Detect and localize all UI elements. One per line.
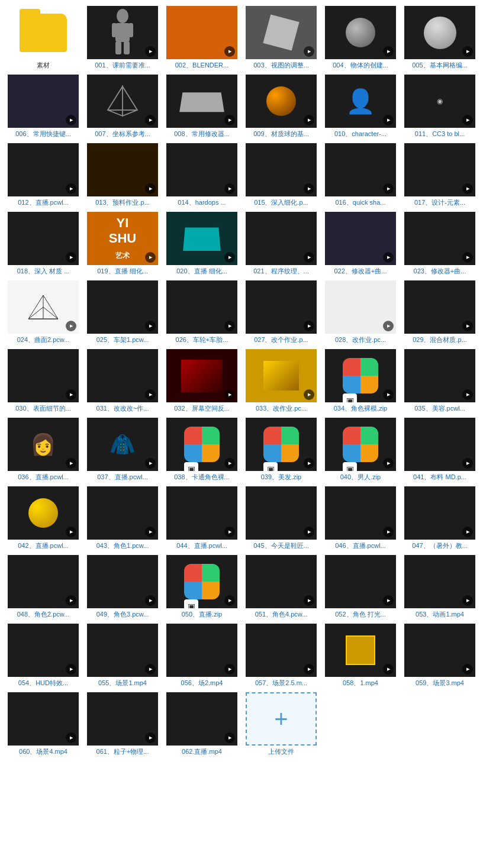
play-button[interactable] bbox=[224, 458, 235, 469]
play-button[interactable] bbox=[383, 183, 394, 194]
play-button[interactable] bbox=[224, 115, 235, 125]
file-item-007[interactable]: 007、坐标系参考... bbox=[85, 75, 160, 138]
file-item-057[interactable]: 057、场景2.5.m... bbox=[244, 624, 318, 688]
file-item-025[interactable]: 025、车架1.pcw... bbox=[85, 280, 160, 344]
file-item-041[interactable]: 041、布料 MD.p... bbox=[402, 418, 477, 482]
play-button[interactable] bbox=[383, 664, 394, 675]
play-button[interactable] bbox=[462, 527, 473, 537]
play-button[interactable] bbox=[224, 733, 235, 743]
play-button[interactable] bbox=[224, 527, 235, 537]
play-button[interactable] bbox=[304, 321, 314, 331]
play-button[interactable] bbox=[145, 252, 156, 263]
file-item-038[interactable]: 038、卡通角色裸... bbox=[165, 418, 239, 482]
play-button[interactable] bbox=[462, 595, 473, 606]
play-button[interactable] bbox=[462, 321, 473, 331]
file-item-003[interactable]: 003、视图的调整... bbox=[244, 6, 318, 70]
file-item-035[interactable]: 035、美容.pcwl... bbox=[402, 349, 477, 413]
file-item-059[interactable]: 059、场景3.mp4 bbox=[402, 624, 477, 688]
file-item-008[interactable]: 008、常用修改器... bbox=[165, 75, 239, 138]
play-button[interactable] bbox=[304, 252, 314, 263]
file-item-032[interactable]: 032、屏幕空间反... bbox=[165, 349, 239, 413]
file-item-058[interactable]: 058、1.mp4 bbox=[323, 624, 398, 688]
play-button[interactable] bbox=[145, 595, 156, 606]
play-button[interactable] bbox=[66, 115, 76, 125]
file-item-037[interactable]: 🧥037、直播.pcwl... bbox=[85, 418, 160, 482]
play-button[interactable] bbox=[66, 664, 76, 675]
play-button[interactable] bbox=[145, 321, 156, 331]
file-item-055[interactable]: 055、场景1.mp4 bbox=[85, 624, 160, 688]
file-item-042[interactable]: 042、直播.pcwl... bbox=[6, 486, 80, 550]
file-item-024[interactable]: 024、曲面2.pcw... bbox=[6, 280, 80, 344]
file-item-002[interactable]: 002、BLENDER... bbox=[165, 6, 239, 70]
play-button[interactable] bbox=[304, 389, 314, 400]
file-item-folder-素材[interactable]: 素材 bbox=[6, 6, 80, 70]
play-button[interactable] bbox=[383, 389, 394, 400]
file-item-054[interactable]: 054、HUD特效... bbox=[6, 624, 80, 688]
play-button[interactable] bbox=[66, 458, 76, 469]
file-item-upload[interactable]: +上传文件 bbox=[244, 692, 318, 756]
play-button[interactable] bbox=[383, 321, 394, 331]
file-item-030[interactable]: 030、表面细节的... bbox=[6, 349, 80, 413]
file-item-028[interactable]: 028、改作业.pc... bbox=[323, 280, 398, 344]
file-item-034[interactable]: 034、角色裸模.zip bbox=[323, 349, 398, 413]
play-button[interactable] bbox=[145, 46, 156, 57]
file-item-046[interactable]: 046、直播.pcwl... bbox=[323, 486, 398, 550]
file-item-021[interactable]: 021、程序纹理、... bbox=[244, 212, 318, 276]
play-button[interactable] bbox=[224, 183, 235, 194]
file-item-006[interactable]: 006、常用快捷键... bbox=[6, 75, 80, 138]
file-item-015[interactable]: 015、深入细化.p... bbox=[244, 143, 318, 207]
file-item-023[interactable]: 023、修改器+曲... bbox=[402, 212, 477, 276]
file-item-043[interactable]: 043、角色1.pcw... bbox=[85, 486, 160, 550]
file-item-011[interactable]: ◉011、CC3 to bl... bbox=[402, 75, 477, 138]
play-button[interactable] bbox=[383, 46, 394, 57]
file-item-036[interactable]: 👩036、直播.pcwl... bbox=[6, 418, 80, 482]
play-button[interactable] bbox=[383, 595, 394, 606]
file-item-004[interactable]: 004、物体的创建... bbox=[323, 6, 398, 70]
play-button[interactable] bbox=[66, 733, 76, 743]
play-button[interactable] bbox=[145, 389, 156, 400]
file-item-026[interactable]: 026、车轮+车胎... bbox=[165, 280, 239, 344]
play-button[interactable] bbox=[66, 595, 76, 606]
play-button[interactable] bbox=[304, 46, 314, 57]
play-button[interactable] bbox=[66, 183, 76, 194]
play-button[interactable] bbox=[304, 115, 314, 125]
file-item-001[interactable]: 001、课前需要准... bbox=[85, 6, 160, 70]
file-item-044[interactable]: 044、直播.pcwl... bbox=[165, 486, 239, 550]
file-item-033[interactable]: 033、改作业.pc... bbox=[244, 349, 318, 413]
play-button[interactable] bbox=[145, 115, 156, 125]
play-button[interactable] bbox=[383, 458, 394, 469]
file-item-017[interactable]: 017、设计-元素... bbox=[402, 143, 477, 207]
play-button[interactable] bbox=[383, 252, 394, 263]
file-item-018[interactable]: 018、深入 材质 ... bbox=[6, 212, 80, 276]
file-item-012[interactable]: 012、直播.pcwl... bbox=[6, 143, 80, 207]
play-button[interactable] bbox=[462, 252, 473, 263]
file-item-019[interactable]: YISHU艺术019、直播 细化... bbox=[85, 212, 160, 276]
play-button[interactable] bbox=[224, 595, 235, 606]
file-item-016[interactable]: 016、quick sha... bbox=[323, 143, 398, 207]
play-button[interactable] bbox=[145, 527, 156, 537]
play-button[interactable] bbox=[145, 664, 156, 675]
play-button[interactable] bbox=[462, 458, 473, 469]
file-item-061[interactable]: 061、粒子+物理... bbox=[85, 692, 160, 756]
file-item-022[interactable]: 022、修改器+曲... bbox=[323, 212, 398, 276]
file-item-014[interactable]: 014、hardops ... bbox=[165, 143, 239, 207]
play-button[interactable] bbox=[224, 321, 235, 331]
file-item-053[interactable]: 053、动画1.mp4 bbox=[402, 555, 477, 619]
play-button[interactable] bbox=[462, 46, 473, 57]
play-button[interactable] bbox=[304, 595, 314, 606]
play-button[interactable] bbox=[66, 252, 76, 263]
play-button[interactable] bbox=[224, 252, 235, 263]
file-item-020[interactable]: 020、直播 细化... bbox=[165, 212, 239, 276]
play-button[interactable] bbox=[304, 458, 314, 469]
file-item-062[interactable]: 062.直播.mp4 bbox=[165, 692, 239, 756]
play-button[interactable] bbox=[145, 183, 156, 194]
file-item-010[interactable]: 👤010、character-... bbox=[323, 75, 398, 138]
play-button[interactable] bbox=[304, 664, 314, 675]
play-button[interactable] bbox=[383, 527, 394, 537]
file-item-051[interactable]: 051、角色4.pcw... bbox=[244, 555, 318, 619]
file-item-049[interactable]: 049、角色3.pcw... bbox=[85, 555, 160, 619]
play-button[interactable] bbox=[66, 389, 76, 400]
file-item-039[interactable]: 039、美发.zip bbox=[244, 418, 318, 482]
file-item-056[interactable]: 056、场2.mp4 bbox=[165, 624, 239, 688]
play-button[interactable] bbox=[224, 664, 235, 675]
